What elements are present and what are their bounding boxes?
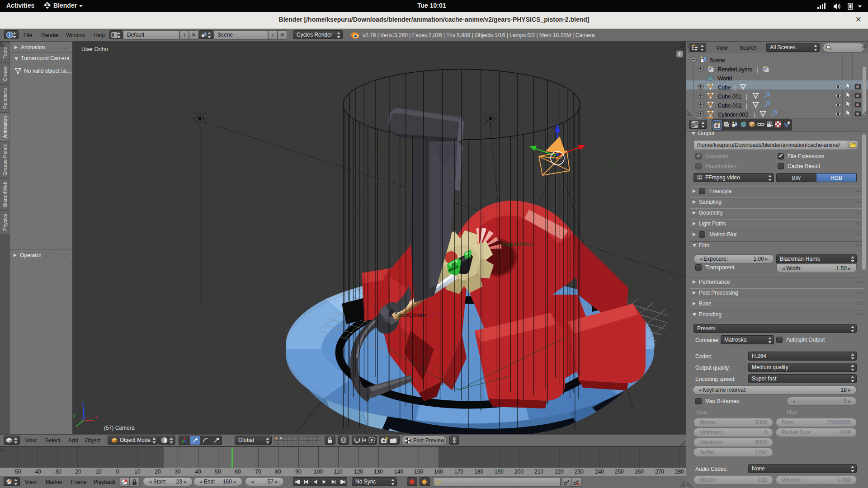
svg-text:|: | (754, 112, 755, 118)
svg-text:Cube.001: Cube.001 (718, 94, 741, 100)
svg-text:RenderLayers: RenderLayers (718, 66, 752, 73)
svg-text:Cube: Cube (718, 84, 731, 91)
svg-text:Cube.002: Cube.002 (718, 103, 741, 109)
svg-text:y: y (73, 412, 76, 418)
svg-text:z: z (82, 400, 85, 406)
svg-text:x: x (95, 413, 98, 419)
svg-text:Cylinder.002: Cylinder.002 (718, 112, 748, 118)
svg-text:|: | (746, 103, 747, 109)
svg-text:|: | (746, 94, 747, 100)
svg-text:Scene: Scene (710, 57, 725, 64)
svg-text:PistonCylinder: PistonCylinder (394, 312, 426, 318)
svg-text:World: World (718, 75, 732, 82)
svg-text:|: | (757, 66, 758, 73)
svg-text:|: | (734, 84, 736, 91)
